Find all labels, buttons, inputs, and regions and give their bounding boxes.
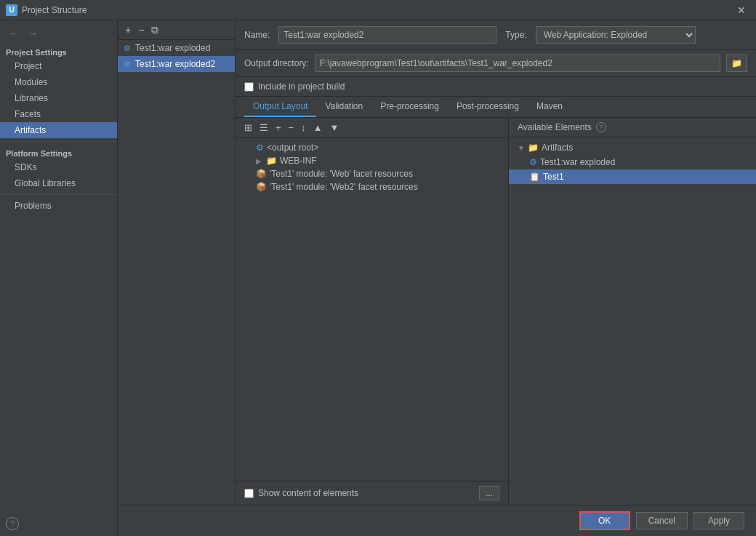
sidebar-item-global-libraries[interactable]: Global Libraries xyxy=(0,175,117,191)
close-button[interactable]: ✕ xyxy=(733,3,750,17)
module-icon: 📦 xyxy=(256,169,267,179)
artifact-item-1[interactable]: ⚙ Test1:war exploded xyxy=(118,40,235,56)
horizontal-split: + − ⧉ ⚙ Test1:war exploded ⚙ Test1:war e… xyxy=(118,20,756,505)
output-dir-input[interactable] xyxy=(315,55,720,72)
artifact-item-label-1: Test1:war exploded xyxy=(135,43,210,53)
output-sort-button[interactable]: ↕ xyxy=(298,121,309,135)
include-label: Include in project build xyxy=(258,81,345,92)
output-layout-panel: ⊞ ☰ + − ↕ ▲ ▼ ⚙ xyxy=(236,118,509,505)
artifact-toolbar: + − ⧉ xyxy=(118,20,235,40)
output-down-button[interactable]: ▼ xyxy=(327,121,342,135)
expand-icon: ▶ xyxy=(256,157,262,165)
global-libraries-label: Global Libraries xyxy=(15,178,76,188)
sidebar-item-problems[interactable]: Problems xyxy=(0,198,117,214)
tabs-row: Output Layout Validation Pre-processing … xyxy=(236,97,756,118)
output-remove-button[interactable]: − xyxy=(286,121,297,135)
tab-maven[interactable]: Maven xyxy=(528,97,571,117)
include-checkbox[interactable] xyxy=(244,82,254,92)
tree-item-web-inf[interactable]: ▶ 📁 WEB-INF xyxy=(236,154,508,167)
help-icon-row: ? xyxy=(0,511,117,536)
tab-validation[interactable]: Validation xyxy=(316,97,371,117)
output-dir-label: Output directory: xyxy=(244,58,309,68)
sidebar-item-artifacts[interactable]: Artifacts xyxy=(0,122,117,138)
help-button[interactable]: ? xyxy=(6,517,19,530)
modules-label: Modules xyxy=(15,77,47,87)
show-content-checkbox[interactable] xyxy=(244,489,254,498)
output-root-label: <output root> xyxy=(267,143,318,153)
detail-header: Name: Type: Web Application: Exploded xyxy=(236,20,756,50)
ok-button[interactable]: OK xyxy=(579,511,630,530)
project-settings-header: Project Settings xyxy=(0,44,117,58)
detail-panel: Name: Type: Web Application: Exploded Ou… xyxy=(236,20,756,505)
more-button[interactable]: ... xyxy=(479,486,499,500)
project-label: Project xyxy=(15,61,41,71)
caret-down-icon: ▼ xyxy=(518,144,525,152)
avail-test1-label: Test1 xyxy=(543,172,564,182)
available-header: Available Elements ? xyxy=(509,118,756,137)
sidebar-item-project[interactable]: Project xyxy=(0,58,117,74)
show-checkbox-row: Show content of elements xyxy=(244,488,473,498)
module-icon2: 📦 xyxy=(256,182,267,192)
help-available-icon[interactable]: ? xyxy=(596,122,606,132)
artifact-remove-button[interactable]: − xyxy=(135,23,147,36)
tab-preprocessing[interactable]: Pre-processing xyxy=(371,97,448,117)
include-row: Include in project build xyxy=(236,77,756,97)
available-panel: Available Elements ? ▼ 📁 Artifacts xyxy=(509,118,756,505)
artifact-item-label-2: Test1:war exploded2 xyxy=(135,59,215,69)
tree-item-module-web2[interactable]: 📦 'Test1' module: 'Web2' facet resources xyxy=(236,180,508,193)
module-web2-label: 'Test1' module: 'Web2' facet resources xyxy=(270,182,418,192)
artifact-list-panel: + − ⧉ ⚙ Test1:war exploded ⚙ Test1:war e… xyxy=(118,20,236,505)
artifact-copy-button[interactable]: ⧉ xyxy=(148,23,161,36)
facets-label: Facets xyxy=(15,109,41,119)
module-web-label: 'Test1' module: 'Web' facet resources xyxy=(270,169,413,179)
apply-button[interactable]: Apply xyxy=(693,512,744,529)
tab-postprocessing[interactable]: Post-processing xyxy=(448,97,528,117)
artifact-list: ⚙ Test1:war exploded ⚙ Test1:war explode… xyxy=(118,40,235,505)
artifact-icon-1: ⚙ xyxy=(124,44,131,53)
gear-icon: ⚙ xyxy=(256,143,264,153)
sidebar-item-sdks[interactable]: SDKs xyxy=(0,159,117,175)
cancel-button[interactable]: Cancel xyxy=(636,512,688,529)
sidebar: ← → Project Settings Project Modules Lib… xyxy=(0,20,118,536)
nav-forward-button[interactable]: → xyxy=(25,26,41,41)
avail-artifacts-group[interactable]: ▼ 📁 Artifacts xyxy=(509,140,756,155)
output-list-button[interactable]: ☰ xyxy=(257,121,271,135)
dialog-buttons: OK Cancel Apply xyxy=(118,505,756,536)
type-label: Type: xyxy=(505,30,526,40)
problems-label: Problems xyxy=(15,201,52,211)
tab-content: ⊞ ☰ + − ↕ ▲ ▼ ⚙ xyxy=(236,118,756,505)
avail-artifacts-label: Artifacts xyxy=(542,143,573,153)
sidebar-divider2 xyxy=(0,194,117,195)
output-tree: ⚙ <output root> ▶ 📁 WEB-INF xyxy=(236,138,508,481)
artifact-icon-2: ⚙ xyxy=(124,60,131,69)
type-select[interactable]: Web Application: Exploded xyxy=(536,26,696,44)
nav-back-button[interactable]: ← xyxy=(6,26,22,41)
folder-browse-button[interactable]: 📁 xyxy=(726,55,747,72)
web-inf-label: WEB-INF xyxy=(280,156,317,166)
output-toolbar: ⊞ ☰ + − ↕ ▲ ▼ xyxy=(236,118,508,138)
app-icon: U xyxy=(6,4,17,16)
sidebar-item-facets[interactable]: Facets xyxy=(0,106,117,122)
sidebar-item-libraries[interactable]: Libraries xyxy=(0,90,117,106)
artifacts-folder-icon: 📁 xyxy=(528,143,539,153)
avail-war-exploded-item[interactable]: ⚙ Test1:war exploded xyxy=(509,155,756,169)
output-flatten-button[interactable]: ⊞ xyxy=(241,121,255,135)
platform-settings-header: Platform Settings xyxy=(0,145,117,159)
sidebar-item-modules[interactable]: Modules xyxy=(0,74,117,90)
name-input[interactable] xyxy=(278,26,496,44)
output-up-button[interactable]: ▲ xyxy=(310,121,326,135)
libraries-label: Libraries xyxy=(15,93,48,103)
avail-test1-item[interactable]: 📋 Test1 xyxy=(509,169,756,184)
artifact-add-button[interactable]: + xyxy=(122,23,134,36)
tree-item-module-web[interactable]: 📦 'Test1' module: 'Web' facet resources xyxy=(236,167,508,180)
name-label: Name: xyxy=(244,30,270,40)
sdks-label: SDKs xyxy=(15,162,37,172)
tab-output-layout[interactable]: Output Layout xyxy=(244,97,316,117)
output-add-button[interactable]: + xyxy=(273,121,284,135)
folder-icon: 📁 xyxy=(266,156,277,166)
available-elements-label: Available Elements xyxy=(518,122,592,132)
show-content-label: Show content of elements xyxy=(258,488,358,498)
artifact-item-2[interactable]: ⚙ Test1:war exploded2 xyxy=(118,56,235,72)
tree-item-output-root[interactable]: ⚙ <output root> xyxy=(236,141,508,154)
artifacts-label: Artifacts xyxy=(15,125,46,135)
